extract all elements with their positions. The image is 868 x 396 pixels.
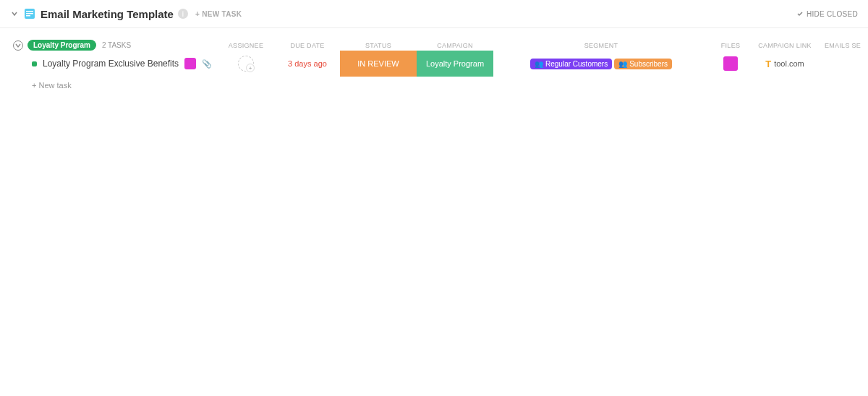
col-due-date: DUE DATE — [275, 42, 340, 49]
segment-emoji-icon: 👥 — [535, 60, 543, 68]
task-thumbnail[interactable] — [184, 58, 196, 69]
section-header: Loyalty Program 2 TASKS ASSIGNEE DUE DAT… — [0, 40, 868, 51]
segment-cell: 👥Regular Customers👥Subscribers — [493, 51, 709, 77]
info-icon[interactable]: i — [178, 9, 188, 19]
assignee-cell[interactable] — [217, 51, 275, 77]
hide-closed-toggle[interactable]: HIDE CLOSED — [796, 10, 858, 18]
segment-pill[interactable]: 👥Subscribers — [614, 59, 672, 69]
col-emails-sent: EMAILS SE — [817, 42, 868, 49]
col-segment: SEGMENT — [493, 42, 709, 49]
emails-sent — [817, 51, 868, 77]
status-badge[interactable]: IN REVIEW — [340, 51, 417, 77]
files-cell[interactable] — [709, 51, 752, 77]
col-files: FILES — [709, 42, 752, 49]
col-campaign: CAMPAIGN — [417, 42, 493, 49]
col-status: STATUS — [340, 42, 417, 49]
segment-pill[interactable]: 👥Regular Customers — [530, 59, 612, 69]
col-assignee: ASSIGNEE — [217, 42, 275, 49]
collapse-caret-icon[interactable] — [10, 9, 19, 18]
page-header: Email Marketing Template i + NEW TASK HI… — [0, 0, 868, 28]
check-icon — [796, 10, 804, 17]
svg-rect-2 — [26, 13, 33, 14]
link-t-icon: T — [765, 59, 771, 69]
task-row[interactable]: Loyalty Program Exclusive Benefits 📎 3 d… — [0, 51, 868, 77]
attachment-icon[interactable]: 📎 — [202, 59, 212, 69]
section-collapse-toggle[interactable] — [13, 40, 23, 51]
col-campaign-link: CAMPAIGN LINK — [752, 42, 817, 49]
section: Loyalty Program 2 TASKS ASSIGNEE DUE DAT… — [0, 28, 868, 94]
task-count: 2 TASKS — [102, 41, 131, 49]
segment-emoji-icon: 👥 — [618, 60, 627, 68]
section-pill[interactable]: Loyalty Program — [27, 40, 96, 51]
assignee-avatar-placeholder[interactable] — [238, 56, 254, 72]
document-icon — [23, 7, 36, 20]
file-thumbnail[interactable] — [723, 56, 738, 71]
svg-rect-1 — [26, 11, 33, 12]
svg-rect-3 — [26, 15, 30, 17]
task-name[interactable]: Loyalty Program Exclusive Benefits — [43, 59, 179, 69]
task-status-bullet — [32, 61, 37, 66]
due-date[interactable]: 3 days ago — [275, 51, 340, 77]
new-task-button[interactable]: + NEW TASK — [195, 10, 242, 18]
new-task-link[interactable]: + New task — [0, 77, 868, 94]
campaign-badge[interactable]: Loyalty Program — [417, 51, 493, 77]
page-title: Email Marketing Template — [41, 8, 174, 20]
hide-closed-label: HIDE CLOSED — [807, 10, 858, 18]
campaign-link[interactable]: Ttool.com — [752, 51, 817, 77]
task-name-cell: Loyalty Program Exclusive Benefits 📎 — [0, 51, 217, 77]
